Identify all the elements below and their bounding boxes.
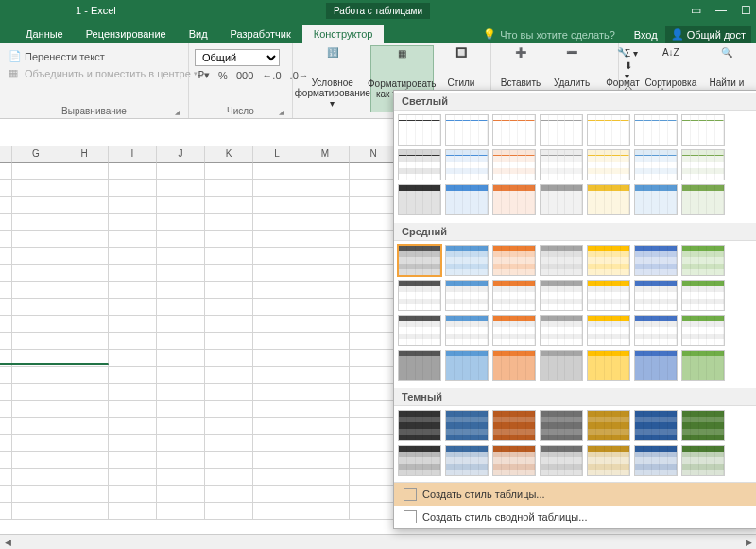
table-style-swatch[interactable] [587, 280, 630, 311]
table-style-swatch[interactable] [540, 445, 583, 476]
table-style-swatch[interactable] [445, 445, 489, 476]
cell[interactable] [205, 367, 253, 384]
cell[interactable] [205, 401, 253, 418]
cell[interactable] [12, 180, 60, 197]
tab-view[interactable]: Вид [178, 25, 219, 43]
cell[interactable] [205, 180, 253, 197]
cell[interactable] [253, 384, 301, 401]
comma-icon[interactable]: 000 [236, 70, 253, 81]
table-style-swatch[interactable] [681, 245, 725, 276]
cell[interactable] [109, 367, 157, 384]
cell[interactable] [109, 299, 157, 316]
cell[interactable] [253, 469, 301, 486]
cell[interactable] [109, 265, 157, 282]
cell[interactable] [205, 418, 253, 435]
table-style-swatch[interactable] [634, 315, 678, 346]
table-style-swatch[interactable] [540, 245, 583, 276]
cell[interactable] [60, 282, 109, 299]
cell[interactable] [60, 299, 109, 316]
cell[interactable] [109, 180, 157, 197]
cell[interactable] [253, 503, 301, 520]
cell[interactable] [60, 214, 109, 231]
cell[interactable] [60, 435, 109, 452]
table-style-swatch[interactable] [681, 315, 725, 346]
cell[interactable] [109, 282, 157, 299]
cell[interactable] [253, 282, 301, 299]
tab-data[interactable]: Данные [14, 25, 75, 43]
cell[interactable] [157, 299, 205, 316]
table-style-swatch[interactable] [681, 410, 725, 441]
table-style-swatch[interactable] [587, 315, 630, 346]
cell[interactable] [205, 435, 253, 452]
cell[interactable] [60, 503, 109, 520]
cell[interactable] [109, 384, 157, 401]
cell[interactable] [12, 231, 60, 248]
cell[interactable] [301, 248, 350, 265]
cell[interactable] [0, 486, 12, 503]
cell[interactable] [0, 163, 12, 180]
cell[interactable] [60, 265, 109, 282]
cell[interactable] [301, 316, 350, 333]
table-style-swatch[interactable] [681, 114, 725, 146]
table-style-swatch[interactable] [445, 280, 489, 311]
cell[interactable] [205, 333, 253, 350]
table-style-swatch[interactable] [492, 114, 536, 146]
cell[interactable] [157, 197, 205, 214]
table-style-swatch[interactable] [398, 149, 441, 180]
cell[interactable] [157, 316, 205, 333]
cell[interactable] [60, 180, 109, 197]
cell[interactable] [350, 350, 398, 367]
table-style-swatch[interactable] [587, 184, 630, 215]
table-style-swatch[interactable] [398, 445, 441, 476]
cell[interactable] [157, 435, 205, 452]
cell[interactable] [60, 486, 109, 503]
cell[interactable] [253, 231, 301, 248]
cell[interactable] [301, 367, 350, 384]
cell[interactable] [253, 248, 301, 265]
cell[interactable] [157, 265, 205, 282]
number-format-select[interactable]: Общий [195, 49, 280, 66]
cell[interactable] [253, 299, 301, 316]
cell[interactable] [109, 452, 157, 469]
cell[interactable] [60, 401, 109, 418]
table-style-swatch[interactable] [445, 410, 489, 441]
cell[interactable] [157, 333, 205, 350]
increase-decimal-icon[interactable]: ←.0 [262, 70, 281, 81]
fill-icon[interactable]: ⬇ ▾ [625, 60, 639, 81]
cell[interactable] [301, 384, 350, 401]
table-style-swatch[interactable] [587, 350, 630, 381]
cell[interactable] [350, 197, 398, 214]
cell[interactable] [0, 214, 12, 231]
cell[interactable] [205, 197, 253, 214]
table-style-swatch[interactable] [398, 114, 441, 146]
table-style-swatch[interactable] [634, 184, 678, 215]
cell[interactable] [301, 401, 350, 418]
cell[interactable] [301, 435, 350, 452]
table-style-swatch[interactable] [540, 280, 583, 311]
cell[interactable] [157, 163, 205, 180]
cell[interactable] [205, 214, 253, 231]
cell[interactable] [253, 401, 301, 418]
cell[interactable] [12, 401, 60, 418]
cell[interactable] [12, 333, 60, 350]
cell[interactable] [253, 350, 301, 367]
cell[interactable] [157, 282, 205, 299]
cell[interactable] [157, 384, 205, 401]
cell[interactable] [12, 452, 60, 469]
cell[interactable] [253, 486, 301, 503]
column-header[interactable]: G [12, 146, 60, 163]
cell[interactable] [253, 367, 301, 384]
table-style-swatch[interactable] [445, 149, 489, 180]
cell[interactable] [12, 418, 60, 435]
cell[interactable] [253, 452, 301, 469]
cell[interactable] [350, 401, 398, 418]
cell[interactable] [0, 282, 12, 299]
table-style-swatch[interactable] [445, 245, 489, 276]
cell[interactable] [0, 180, 12, 197]
table-style-swatch[interactable] [398, 350, 441, 381]
merge-center-button[interactable]: ▦Объединить и поместить в центре ▾ [6, 66, 200, 81]
cell[interactable] [301, 452, 350, 469]
cell[interactable] [0, 384, 12, 401]
table-style-swatch[interactable] [398, 184, 441, 215]
cell[interactable] [12, 248, 60, 265]
